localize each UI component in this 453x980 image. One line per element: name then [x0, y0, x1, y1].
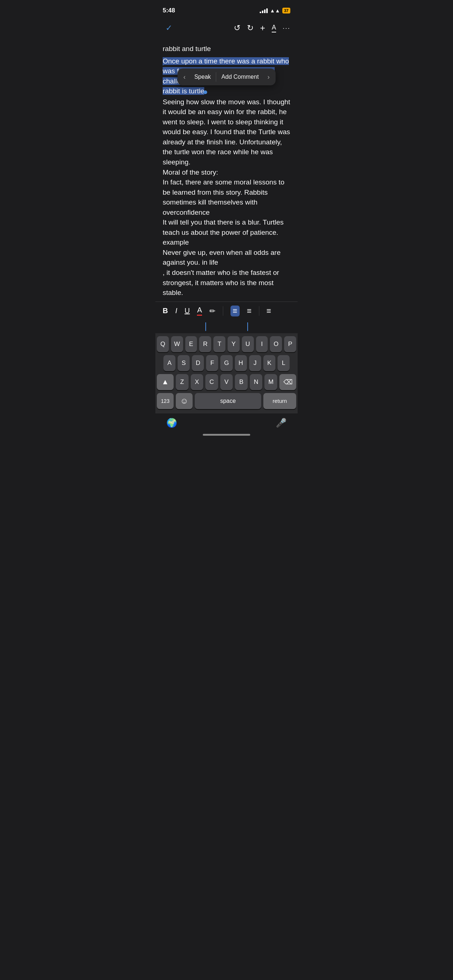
key-t[interactable]: T — [214, 336, 225, 352]
signal-icon — [260, 8, 268, 13]
key-j[interactable]: J — [249, 355, 261, 371]
add-comment-button[interactable]: Add Comment — [216, 71, 264, 83]
key-w[interactable]: W — [171, 336, 183, 352]
underline-button[interactable]: U — [185, 307, 190, 315]
keyboard-row-3: ▲ Z X C V B N M ⌫ — [157, 374, 296, 390]
font-color-button[interactable]: A — [197, 306, 202, 316]
key-q[interactable]: Q — [157, 336, 169, 352]
cursor-bar-left — [205, 322, 206, 331]
delete-key[interactable]: ⌫ — [279, 374, 296, 390]
keyboard: Q W E R T Y U I O P A S D F G H J K L ▲ … — [155, 333, 298, 414]
context-menu: ‹ Speak Add Comment › — [178, 68, 276, 85]
check-button[interactable]: ✓ — [163, 22, 175, 34]
font-button[interactable]: A — [272, 24, 276, 32]
key-a[interactable]: A — [163, 355, 175, 371]
highlighted-line: rabbit is turtle — [163, 87, 204, 95]
key-g[interactable]: G — [220, 355, 232, 371]
context-next-button[interactable]: › — [264, 70, 273, 84]
toolbar-actions: ↺ ↻ + A ··· — [234, 23, 290, 33]
key-h[interactable]: H — [235, 355, 247, 371]
key-x[interactable]: X — [191, 374, 204, 390]
bottom-bar: 🌍 🎤 — [155, 414, 298, 431]
cursor-bar-right — [247, 322, 248, 331]
key-l[interactable]: L — [278, 355, 290, 371]
bold-button[interactable]: B — [163, 307, 168, 315]
context-prev-button[interactable]: ‹ — [180, 70, 189, 84]
home-indicator — [155, 431, 298, 437]
keyboard-row-1: Q W E R T Y U I O P — [157, 336, 296, 352]
align-left-button[interactable]: ≡ — [231, 305, 239, 317]
home-bar — [203, 434, 250, 436]
key-f[interactable]: F — [206, 355, 218, 371]
key-p[interactable]: P — [284, 336, 296, 352]
more-button[interactable]: ··· — [283, 24, 290, 32]
align-center-button[interactable]: ≡ — [247, 306, 252, 316]
document-title: rabbit and turtle — [163, 44, 290, 54]
key-u[interactable]: U — [242, 336, 254, 352]
key-m[interactable]: M — [265, 374, 277, 390]
cursor-dot — [204, 91, 207, 94]
add-button[interactable]: + — [260, 23, 265, 33]
status-bar: 5:48 ▲▲ 37 — [155, 0, 298, 18]
key-b[interactable]: B — [235, 374, 248, 390]
format-divider-1 — [223, 306, 223, 316]
key-v[interactable]: V — [220, 374, 233, 390]
format-toolbar: B I U A ✏ ≡ ≡ ≡ — [155, 302, 298, 320]
list-button[interactable]: ≡ — [266, 306, 271, 316]
cursor-area — [155, 320, 298, 333]
globe-icon[interactable]: 🌍 — [166, 418, 177, 428]
shift-key[interactable]: ▲ — [157, 374, 174, 390]
key-s[interactable]: S — [178, 355, 190, 371]
status-icons: ▲▲ 37 — [260, 8, 290, 13]
highlight-button[interactable]: ✏ — [209, 307, 215, 315]
microphone-icon[interactable]: 🎤 — [276, 418, 287, 428]
key-k[interactable]: K — [263, 355, 275, 371]
emoji-key[interactable]: ☺ — [176, 393, 193, 409]
key-y[interactable]: Y — [228, 336, 239, 352]
undo-button[interactable]: ↺ — [234, 23, 240, 33]
body-text: Seeing how slow the move was. I thought … — [163, 97, 290, 298]
key-n[interactable]: N — [250, 374, 263, 390]
key-i[interactable]: I — [256, 336, 268, 352]
key-o[interactable]: O — [270, 336, 282, 352]
redo-button[interactable]: ↻ — [247, 23, 254, 33]
battery-indicator: 37 — [282, 8, 290, 13]
keyboard-row-bottom: 123 ☺ space return — [157, 393, 296, 409]
status-time: 5:48 — [163, 7, 175, 14]
key-e[interactable]: E — [185, 336, 197, 352]
key-c[interactable]: C — [205, 374, 218, 390]
space-key[interactable]: space — [195, 393, 261, 409]
return-key[interactable]: return — [263, 393, 296, 409]
editor-toolbar: ✓ ↺ ↻ + A ··· — [155, 18, 298, 38]
key-z[interactable]: Z — [176, 374, 188, 390]
key-d[interactable]: D — [192, 355, 204, 371]
speak-button[interactable]: Speak — [189, 71, 216, 83]
key-r[interactable]: R — [199, 336, 211, 352]
numbers-key[interactable]: 123 — [157, 393, 174, 409]
format-divider-2 — [259, 306, 259, 316]
italic-button[interactable]: I — [175, 307, 177, 315]
keyboard-row-2: A S D F G H J K L — [157, 355, 296, 371]
wifi-icon: ▲▲ — [270, 8, 280, 13]
